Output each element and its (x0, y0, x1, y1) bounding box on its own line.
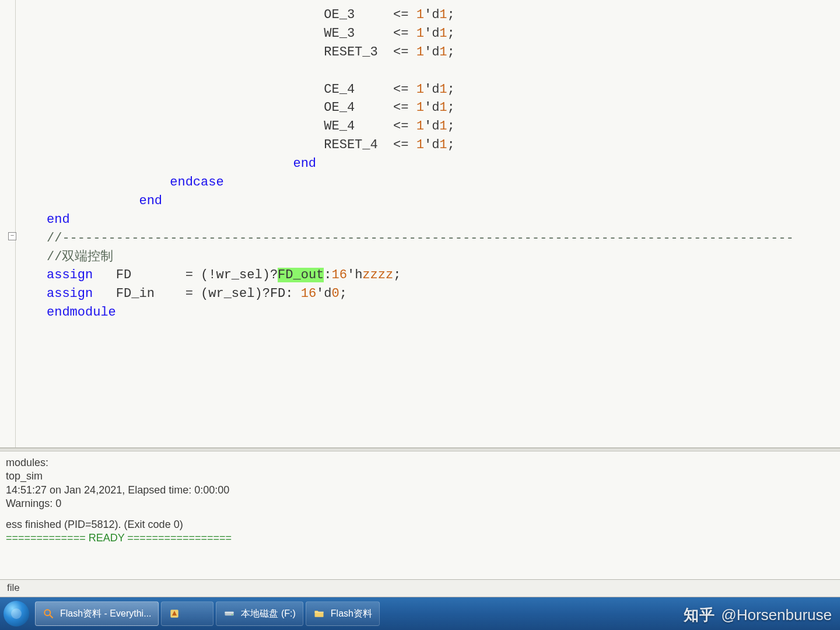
svg-point-6 (232, 614, 233, 615)
search-icon (43, 608, 54, 620)
drive-icon (223, 608, 235, 620)
console-ready-line: ============= READY ================= (6, 531, 834, 545)
taskbar-item-folder[interactable]: Flash资料 (306, 601, 380, 626)
task-label: 本地磁盘 (F:) (241, 608, 295, 620)
console-line: modules: (6, 456, 834, 470)
taskbar-item-everything[interactable]: Flash资料 - Everythi... (35, 601, 159, 626)
console-output-pane[interactable]: modules: top_sim 14:51:27 on Jan 24,2021… (0, 452, 840, 580)
taskbar-item-app[interactable] (161, 601, 214, 626)
status-bar: file (0, 580, 840, 597)
zhihu-logo: 知乎 (684, 606, 715, 624)
taskbar[interactable]: Flash资料 - Everythi... 本地磁盘 (F:) Flash资料 … (0, 597, 840, 630)
gutter-line (15, 0, 16, 447)
taskbar-item-drive[interactable]: 本地磁盘 (F:) (216, 601, 303, 626)
fold-minus-icon[interactable]: − (8, 232, 16, 240)
svg-point-0 (11, 608, 22, 619)
code-content[interactable]: OE_3 <= 1'd1; WE_3 <= 1'd1; RESET_3 <= 1… (47, 6, 840, 322)
console-line: Warnings: 0 (6, 497, 834, 510)
status-text: file (7, 582, 20, 593)
console-line: ess finished (PID=5812). (Exit code 0) (6, 518, 834, 531)
task-label: Flash资料 - Everythi... (60, 608, 151, 620)
start-button[interactable] (4, 601, 29, 626)
app-icon (169, 608, 180, 620)
folder-icon (313, 608, 325, 620)
svg-point-1 (44, 610, 50, 615)
task-label: Flash资料 (331, 608, 372, 620)
console-line: top_sim (6, 470, 834, 483)
svg-line-2 (50, 615, 53, 618)
svg-rect-5 (225, 612, 234, 614)
console-line: 14:51:27 on Jan 24,2021, Elapsed time: 0… (6, 484, 834, 497)
watermark-user: @Horsenburuse (721, 606, 832, 624)
watermark-text: 知乎@Horsenburuse (684, 605, 832, 625)
code-editor-pane[interactable]: − OE_3 <= 1'd1; WE_3 <= 1'd1; RESET_3 <=… (0, 0, 840, 448)
